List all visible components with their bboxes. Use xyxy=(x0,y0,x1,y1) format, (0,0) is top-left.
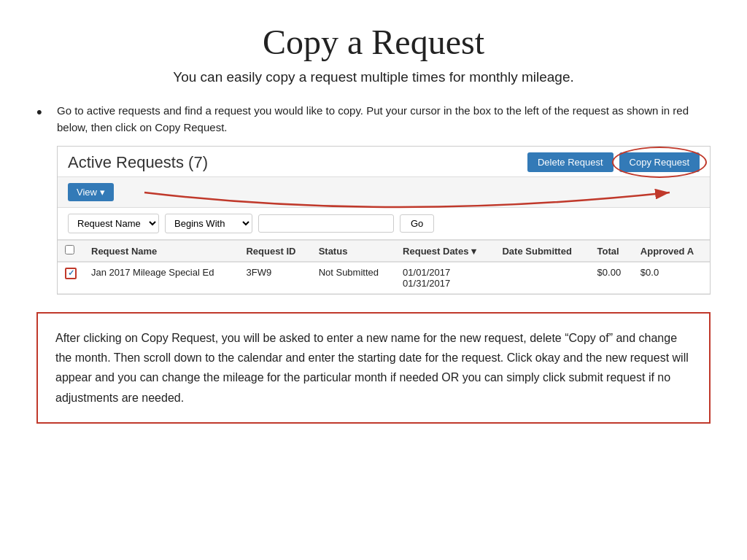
date-start: 01/01/2017 xyxy=(403,267,487,278)
requests-table: Request Name Request ID Status Request D… xyxy=(58,240,710,294)
filter-field-select[interactable]: Request Name xyxy=(68,214,159,233)
filter-operator-select[interactable]: Begins With xyxy=(165,214,252,233)
table-header-row: Request Name Request ID Status Request D… xyxy=(58,241,710,262)
delete-request-button[interactable]: Delete Request xyxy=(527,152,614,172)
row-approved: $0.0 xyxy=(633,262,710,294)
filter-value-input[interactable] xyxy=(258,214,394,233)
row-checkbox[interactable] xyxy=(65,268,77,279)
page-subtitle: You can easily copy a request multiple t… xyxy=(36,69,711,85)
copy-request-button[interactable]: Copy Request xyxy=(619,152,700,172)
ui-toolbar: View ▾ xyxy=(58,177,710,208)
bullet-text: Go to active requests and find a request… xyxy=(57,103,711,136)
header-buttons: Delete Request Copy Request xyxy=(527,152,700,172)
info-box-text: After clicking on Copy Request, you will… xyxy=(55,332,689,404)
col-request-name: Request Name xyxy=(84,241,239,262)
table-row: Jan 2017 Mileage Special Ed 3FW9 Not Sub… xyxy=(58,262,710,294)
view-button[interactable]: View ▾ xyxy=(68,183,114,201)
col-request-id: Request ID xyxy=(239,241,311,262)
copy-button-wrapper: Copy Request xyxy=(619,152,700,172)
active-requests-title: Active Requests (7) xyxy=(68,153,208,172)
col-total: Total xyxy=(590,241,633,262)
page-title: Copy a Request xyxy=(36,22,711,62)
col-status: Status xyxy=(311,241,395,262)
bullet-dot: • xyxy=(36,103,54,122)
col-date-submitted: Date Submitted xyxy=(495,241,589,262)
row-request-id: 3FW9 xyxy=(239,262,311,294)
ui-header: Active Requests (7) Delete Request Copy … xyxy=(58,147,710,177)
col-checkbox xyxy=(58,241,84,262)
col-request-dates: Request Dates ▾ xyxy=(395,241,495,262)
select-all-checkbox[interactable] xyxy=(65,245,74,254)
col-approved: Approved A xyxy=(633,241,710,262)
active-requests-mockup: Active Requests (7) Delete Request Copy … xyxy=(57,146,711,295)
status-badge: Not Submitted xyxy=(319,267,379,278)
info-box: After clicking on Copy Request, you will… xyxy=(36,312,711,424)
bullet-section: • Go to active requests and find a reque… xyxy=(36,103,711,295)
row-request-name: Jan 2017 Mileage Special Ed xyxy=(84,262,239,294)
filter-row: Request Name Begins With Go xyxy=(58,208,710,240)
row-date-submitted xyxy=(495,262,589,294)
row-request-dates: 01/01/2017 01/31/2017 xyxy=(395,262,495,294)
row-total: $0.00 xyxy=(590,262,633,294)
row-checkbox-cell xyxy=(58,262,84,294)
row-status: Not Submitted xyxy=(311,262,395,294)
filter-go-button[interactable]: Go xyxy=(400,214,434,233)
date-end: 01/31/2017 xyxy=(403,278,487,289)
